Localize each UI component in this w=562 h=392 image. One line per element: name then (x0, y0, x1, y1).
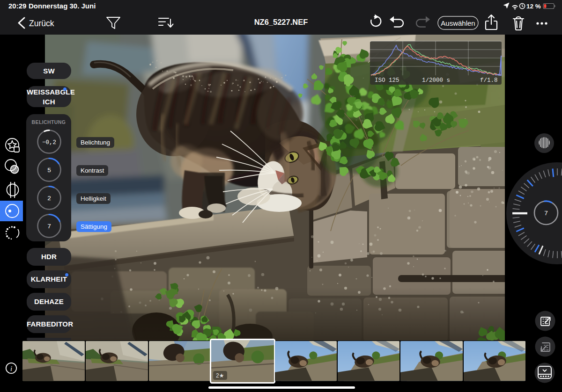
svg-text:f/1.8: f/1.8 (480, 77, 498, 84)
svg-text:1/2000 s: 1/2000 s (422, 77, 450, 84)
svg-text:Zurück: Zurück (29, 19, 54, 28)
svg-text:5: 5 (47, 167, 51, 174)
svg-text:−0,2: −0,2 (42, 139, 56, 146)
svg-text:12 %: 12 % (526, 3, 541, 10)
svg-text:7: 7 (47, 223, 51, 230)
svg-text:2★: 2★ (216, 372, 224, 379)
svg-text:ISO 125: ISO 125 (375, 77, 399, 84)
svg-text:Auswählen: Auswählen (441, 19, 475, 27)
svg-text:7: 7 (544, 210, 548, 217)
svg-text:2: 2 (47, 195, 51, 202)
